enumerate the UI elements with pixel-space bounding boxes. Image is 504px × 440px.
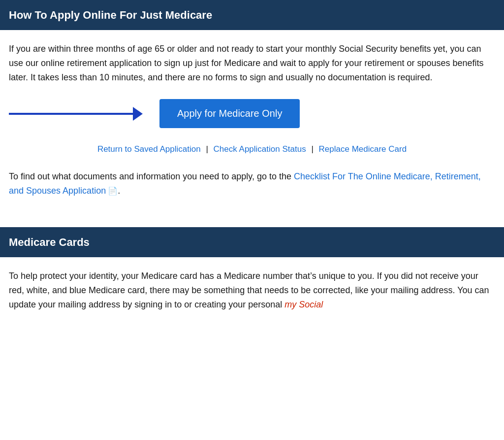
pdf-icon: 📄 bbox=[108, 187, 118, 195]
section1-title: How To Apply Online For Just Medicare bbox=[9, 7, 495, 23]
cards-paragraph: To help protect your identity, your Medi… bbox=[9, 269, 495, 311]
section1-header-bar: How To Apply Online For Just Medicare bbox=[0, 0, 504, 30]
checklist-text-after: . bbox=[118, 186, 120, 196]
check-application-status-link[interactable]: Check Application Status bbox=[214, 144, 306, 154]
intro-paragraph: If you are within three months of age 65… bbox=[9, 42, 495, 84]
checklist-paragraph: To find out what documents and informati… bbox=[9, 169, 495, 198]
separator-2: | bbox=[311, 144, 313, 154]
section1-content: If you are within three months of age 65… bbox=[0, 42, 504, 227]
my-social-link[interactable]: my Social bbox=[284, 300, 323, 309]
section2-header-bar: Medicare Cards bbox=[0, 227, 504, 257]
arrow-graphic bbox=[9, 113, 137, 115]
section-how-to-apply: How To Apply Online For Just Medicare If… bbox=[0, 0, 504, 227]
replace-medicare-card-link[interactable]: Replace Medicare Card bbox=[319, 144, 407, 154]
return-to-saved-application-link[interactable]: Return to Saved Application bbox=[97, 144, 201, 154]
apply-medicare-only-button[interactable]: Apply for Medicare Only bbox=[159, 99, 300, 128]
cards-text: To help protect your identity, your Medi… bbox=[9, 271, 489, 309]
checklist-text-before: To find out what documents and informati… bbox=[9, 171, 294, 181]
section-medicare-cards: Medicare Cards To help protect your iden… bbox=[0, 227, 504, 325]
separator-1: | bbox=[206, 144, 208, 154]
apply-row: Apply for Medicare Only bbox=[9, 99, 495, 128]
section2-title: Medicare Cards bbox=[9, 234, 495, 250]
section2-content: To help protect your identity, your Medi… bbox=[0, 269, 504, 325]
arrow-container bbox=[9, 113, 137, 115]
links-row: Return to Saved Application | Check Appl… bbox=[9, 143, 495, 156]
